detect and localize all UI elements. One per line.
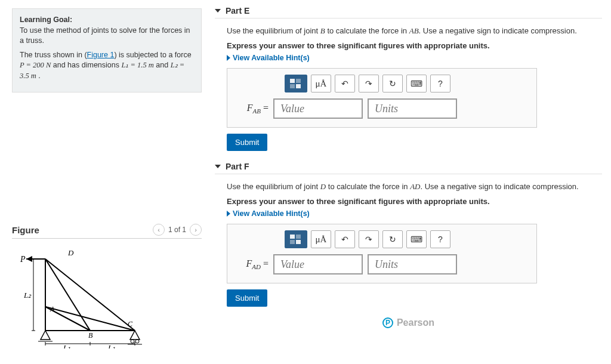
redo-icon[interactable]: ↷ <box>359 230 379 248</box>
part-f-instruction: Express your answer to three significant… <box>227 197 602 206</box>
svg-point-10 <box>135 340 139 343</box>
caret-right-icon <box>227 55 230 61</box>
part-e-hints-link[interactable]: View Available Hint(s) <box>227 54 310 62</box>
svg-line-1 <box>45 259 135 331</box>
part-e-submit-button[interactable]: Submit <box>227 134 267 151</box>
part-e-answer-panel: μÅ ↶ ↷ ↻ ⌨ ? FAB = <box>227 68 537 128</box>
templates-icon[interactable] <box>285 230 307 248</box>
svg-text:L₂: L₂ <box>23 291 32 300</box>
reset-icon[interactable]: ↻ <box>382 230 403 248</box>
svg-rect-33 <box>296 84 301 88</box>
svg-rect-37 <box>296 240 301 244</box>
part-f-title: Part F <box>226 162 249 171</box>
part-e-collapse-icon[interactable] <box>215 9 221 13</box>
svg-line-4 <box>45 259 90 331</box>
part-f-hints-link[interactable]: View Available Hint(s) <box>227 209 310 218</box>
figure-next-button[interactable]: › <box>190 224 202 236</box>
svg-text:B: B <box>88 331 93 340</box>
units-button[interactable]: μÅ <box>311 230 331 248</box>
part-e-title: Part E <box>226 6 249 16</box>
keyboard-icon[interactable]: ⌨ <box>406 75 427 92</box>
part-e-units-input[interactable] <box>368 98 457 119</box>
problem-description: The truss shown in (Figure 1) is subject… <box>20 50 194 82</box>
learning-goal-text: To use the method of joints to solve for… <box>20 26 190 45</box>
svg-rect-32 <box>290 84 295 88</box>
units-button[interactable]: μÅ <box>311 75 331 92</box>
svg-rect-30 <box>290 79 295 83</box>
undo-icon[interactable]: ↶ <box>335 75 355 92</box>
svg-rect-36 <box>290 240 295 244</box>
part-f-submit-button[interactable]: Submit <box>227 289 267 307</box>
part-e-question: Use the equilibrium of joint B to calcul… <box>227 26 602 36</box>
truss-figure: P D A B C L₂ L₁ L₁ <box>12 247 202 350</box>
redo-icon[interactable]: ↷ <box>359 75 379 92</box>
svg-marker-8 <box>130 331 140 340</box>
help-icon[interactable]: ? <box>430 230 450 248</box>
svg-marker-13 <box>26 256 32 262</box>
svg-line-5 <box>45 307 135 331</box>
svg-rect-34 <box>290 235 295 239</box>
part-e-variable-label: FAB = <box>236 103 269 115</box>
part-f-units-input[interactable] <box>368 254 457 274</box>
help-icon[interactable]: ? <box>430 75 450 92</box>
reset-icon[interactable]: ↻ <box>382 75 403 92</box>
svg-text:D: D <box>67 248 74 257</box>
figure-pager-text: 1 of 1 <box>168 226 186 234</box>
part-f-collapse-icon[interactable] <box>215 165 221 168</box>
templates-icon[interactable] <box>285 75 307 92</box>
part-e-block: Part E Use the equilibrium of joint B to… <box>215 6 602 151</box>
learning-goal-label: Learning Goal: <box>20 16 72 24</box>
learning-goal-panel: Learning Goal: To use the method of join… <box>12 8 202 92</box>
part-f-value-input[interactable] <box>273 254 363 274</box>
svg-text:P: P <box>20 255 26 264</box>
keyboard-icon[interactable]: ⌨ <box>406 230 427 248</box>
svg-marker-6 <box>41 331 50 340</box>
svg-rect-35 <box>296 235 301 239</box>
part-f-answer-panel: μÅ ↶ ↷ ↻ ⌨ ? FAD = <box>227 224 537 283</box>
undo-icon[interactable]: ↶ <box>335 230 355 248</box>
figure-link[interactable]: Figure 1 <box>87 51 115 59</box>
footer-brand: P Pearson <box>215 317 602 328</box>
svg-text:A: A <box>50 305 55 313</box>
svg-text:L₁: L₁ <box>107 343 115 348</box>
part-f-block: Part F Use the equilibrium of joint D to… <box>215 162 602 307</box>
svg-point-9 <box>131 340 134 343</box>
part-f-variable-label: FAD = <box>236 258 269 270</box>
figure-prev-button[interactable]: ‹ <box>153 224 165 236</box>
pearson-logo-icon: P <box>382 317 393 328</box>
part-e-instruction: Express your answer to three significant… <box>227 41 602 50</box>
figure-heading: Figure <box>12 225 39 235</box>
svg-text:L₁: L₁ <box>63 343 70 348</box>
part-f-question: Use the equilibrium of joint D to calcul… <box>227 181 602 192</box>
part-e-value-input[interactable] <box>273 98 363 119</box>
svg-rect-31 <box>296 79 301 83</box>
caret-right-icon <box>227 211 230 217</box>
svg-text:C: C <box>128 320 133 328</box>
